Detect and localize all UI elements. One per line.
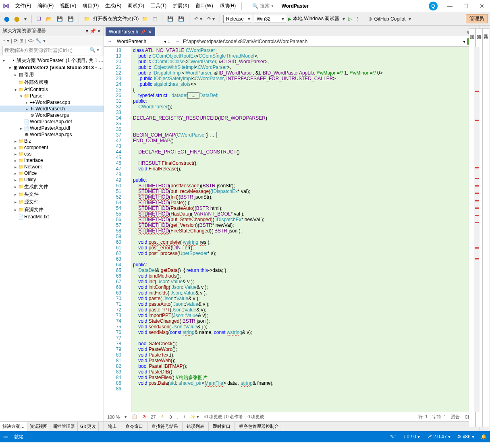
new-icon[interactable]: ❐: [35, 15, 43, 23]
tree-item[interactable]: ▾📁Parser: [0, 93, 104, 99]
code-content[interactable]: class ATL_NO_VTABLE CWordParser : public…: [131, 47, 474, 412]
minimize-button[interactable]: —: [442, 3, 458, 9]
git-sync[interactable]: ↑ 0 / 0 ▾: [403, 434, 420, 440]
menu-项目(P)[interactable]: 项目(P): [79, 2, 102, 9]
tree-item[interactable]: ⚙WordPasterApp.rgs: [0, 131, 104, 138]
tree-item[interactable]: 📁外部依赖项: [0, 79, 104, 86]
code-area[interactable]: 1819202122232425263132333435363742434445…: [104, 47, 480, 412]
toolbox-tab[interactable]: 工具箱: [482, 28, 489, 427]
tree-item[interactable]: ▸📁生成的文件: [0, 183, 104, 191]
bottom-tab[interactable]: 程序包管理器控制台: [235, 422, 283, 431]
pin-icon[interactable]: ▾ 📌 ✕: [86, 28, 101, 34]
tree-item[interactable]: ▾📁AtlControls: [0, 86, 104, 93]
code-icon[interactable]: <>: [28, 38, 34, 44]
tree-item[interactable]: ▾⊞WordPaster2 (Visual Studio 2013 - …: [0, 64, 104, 71]
tree-item[interactable]: ▸++WordParser.cpp: [0, 99, 104, 106]
git-branch[interactable]: ⎇ 2.0.47 ▾: [426, 434, 451, 440]
menu-视图(V)[interactable]: 视图(V): [57, 2, 79, 9]
bottom-panel-tabs: 输出命令窗口查找符号结果错误列表即时窗口程序包管理器控制台: [104, 421, 480, 431]
menu-帮助(H)[interactable]: 帮助(H): [216, 2, 239, 9]
tree-item[interactable]: 📄WordPasterApp.def: [0, 118, 104, 125]
bottom-tab[interactable]: 查找符号结果: [147, 422, 183, 431]
config-dropdown[interactable]: Release: [223, 15, 252, 23]
warning-icon[interactable]: ⚠: [160, 414, 164, 419]
bell-icon[interactable]: 🔔: [481, 434, 487, 440]
tree-item[interactable]: ▸📁component: [0, 144, 104, 151]
debug-target[interactable]: 本地 Windows 调试器: [293, 15, 339, 22]
copilot-label[interactable]: GitHub Copilot: [374, 16, 405, 22]
title-search[interactable]: 🔍 搜索 ▾: [252, 2, 273, 9]
bottom-tab[interactable]: 命令窗口: [121, 422, 147, 431]
editor-tab-active[interactable]: WordParser.h 📌 ✕: [106, 27, 155, 36]
close-tab-icon[interactable]: ✕: [148, 29, 152, 35]
copilot-icon[interactable]: ⊕: [368, 16, 372, 22]
platform-dropdown[interactable]: Win32: [254, 15, 286, 23]
menu-扩展(X)[interactable]: 扩展(X): [170, 2, 192, 9]
zoom-level[interactable]: 100 %: [107, 415, 120, 419]
main-toolbar: ⬤ ⬤ ▾ ❐ 📂 💾 💾 📁 打开所在的文件夹(O) 📁 ⬚ 💾 💾 ↶ ▾ …: [0, 12, 490, 26]
tree-item[interactable]: 📄ReadMe.txt: [0, 214, 104, 220]
tool-icon[interactable]: ▾: [7, 38, 9, 44]
output-icon[interactable]: ▭: [3, 434, 8, 440]
side-tab[interactable]: 资源视图: [27, 422, 50, 431]
tree-item[interactable]: ▸📁源文件: [0, 198, 104, 206]
scope-dropdown[interactable]: WordParser.h▾ ↕: [115, 39, 172, 44]
play-no-debug-icon[interactable]: ▷: [348, 16, 352, 22]
solution-search[interactable]: 搜索解决方案资源管理器(Ctrl+;)🔍 ▾: [2, 46, 101, 55]
nav-fwd-icon[interactable]: ⬤: [12, 15, 21, 23]
play-icon[interactable]: ▶: [288, 16, 291, 22]
side-tab[interactable]: Git 更改: [78, 422, 99, 431]
error-icon[interactable]: ⊘: [142, 414, 146, 419]
fold-margin[interactable]: [124, 47, 131, 412]
close-button[interactable]: ✕: [474, 3, 490, 9]
tree-item[interactable]: ▾🞄 解决方案 'WordPaster' (1 个项目, 共 1 …: [0, 57, 104, 64]
menu-文件(F)[interactable]: 文件(F): [12, 2, 34, 9]
menu-编辑(E)[interactable]: 编辑(E): [34, 2, 57, 9]
tree-item[interactable]: ▸📄WordPasterApp.idl: [0, 125, 104, 131]
pin-icon[interactable]: 📌: [141, 30, 145, 34]
refresh-icon[interactable]: ⟳: [14, 38, 18, 44]
maximize-button[interactable]: ☐: [458, 3, 474, 9]
tree-item[interactable]: ▸📁Network: [0, 164, 104, 170]
bottom-tab[interactable]: 错误列表: [183, 422, 209, 431]
menu-工具(T)[interactable]: 工具(T): [147, 2, 170, 9]
save-icon[interactable]: 💾: [55, 15, 64, 23]
account-icon[interactable]: Q: [429, 2, 438, 10]
tree-item[interactable]: ▸hWordParser.h: [0, 106, 104, 112]
git-pending-icon[interactable]: ✎⁻: [390, 434, 397, 440]
tree-item[interactable]: ▸📁css: [0, 151, 104, 157]
nav-scope-icon[interactable]: →: [106, 39, 114, 44]
arch-selector[interactable]: ⚙ x86 ▾: [457, 434, 474, 440]
save2-icon[interactable]: 💾: [166, 15, 175, 23]
open-files-label[interactable]: 打开所在的文件夹(O): [93, 15, 139, 22]
open-icon[interactable]: 📂: [44, 15, 54, 23]
tree-item[interactable]: ▸📁Biz: [0, 138, 104, 144]
save3-icon[interactable]: 💾: [176, 15, 186, 23]
undo-icon[interactable]: ↶ ▾: [193, 15, 203, 23]
tree-item[interactable]: ▸📁头文件: [0, 191, 104, 198]
menu-窗口(W)[interactable]: 窗口(W): [192, 2, 216, 9]
tree-item[interactable]: ▸📁Interface: [0, 157, 104, 164]
tree-item[interactable]: ▸📁Utility: [0, 176, 104, 183]
tree-item[interactable]: ⚙WordParser.rgs: [0, 112, 104, 118]
tree-item[interactable]: ▸📁资源文件: [0, 206, 104, 214]
wrench-icon[interactable]: 🔧: [35, 38, 42, 44]
nav-path-icon[interactable]: →: [173, 39, 181, 44]
menu-调试(D)[interactable]: 调试(D): [125, 2, 147, 9]
home-icon[interactable]: ⌂: [2, 38, 5, 44]
tree-item[interactable]: ▸▤引用: [0, 71, 104, 79]
side-tab[interactable]: 解决方案…: [0, 422, 27, 431]
file-path[interactable]: F:\apps\wordpaster\code\x86\atl\AtlContr…: [183, 39, 461, 44]
tree-item[interactable]: ▸📁Office: [0, 170, 104, 176]
side-tab[interactable]: 属性管理器: [50, 422, 78, 431]
folder-icon[interactable]: 📁: [82, 15, 91, 23]
scroll-marker-bar[interactable]: [474, 47, 480, 412]
bottom-tab[interactable]: 输出: [104, 422, 121, 431]
sync-icon[interactable]: ⊞: [19, 38, 23, 44]
saveall-icon[interactable]: 💾: [66, 15, 75, 23]
nav-back-icon[interactable]: ⬤: [2, 15, 11, 23]
tool-icon[interactable]: ▾: [23, 15, 28, 23]
redo-icon[interactable]: ↷ ▾: [206, 15, 216, 23]
bottom-tab[interactable]: 即时窗口: [209, 422, 235, 431]
menu-生成(B)[interactable]: 生成(B): [102, 2, 125, 9]
